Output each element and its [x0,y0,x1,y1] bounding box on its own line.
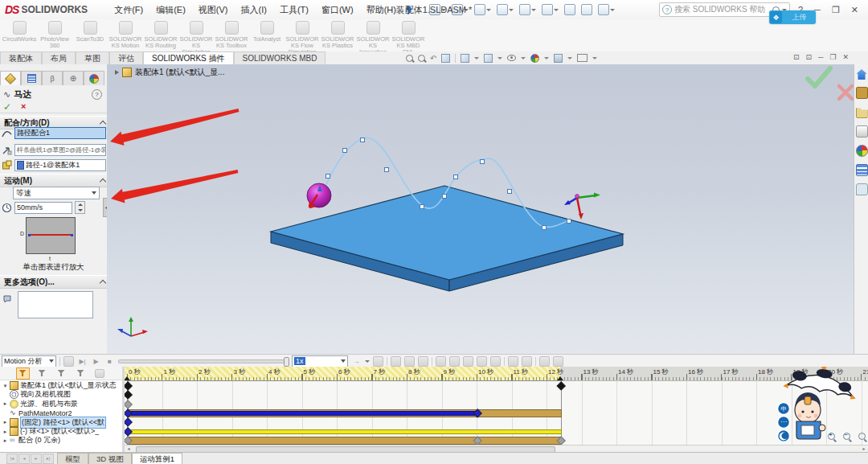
chevron-down-icon[interactable] [544,57,549,60]
command-tab[interactable]: SOLIDWORKS MBD [234,51,326,64]
menu-item[interactable]: 工具(T) [274,2,314,18]
bottom-tab[interactable]: 模型 [57,453,88,464]
tab-display-manager[interactable] [84,71,104,85]
timeline-ruler[interactable]: 0 秒1 秒2 秒3 秒4 秒5 秒6 秒7 秒8 秒9 秒10 秒11 秒12… [125,367,868,381]
assembly-triad[interactable] [564,193,600,220]
filter-results-button[interactable] [74,368,88,380]
simulation-setup-button[interactable] [539,356,550,366]
ribbon-addin-button[interactable]: TolAnalyst [249,19,285,43]
zoom-fit-timeline-button[interactable] [858,433,867,441]
design-library-icon[interactable] [856,87,868,99]
motion-tree-row[interactable]: ▸∞配合 (0 冗余) [0,436,123,445]
bottom-tab[interactable]: 运动算例1 [132,453,182,464]
section-view-icon[interactable] [441,54,450,63]
desktop-pet-overlay[interactable]: 中 ⋯ [774,367,858,444]
ok-button[interactable]: ✓ [3,101,11,113]
close-button[interactable]: ✕ [848,5,862,15]
ribbon-addin-button[interactable]: SOLIDWORKS Plastics [320,19,355,49]
path-mate-field[interactable]: 路径配合1 [14,127,106,139]
last-tab-icon[interactable]: ▸| [43,454,54,464]
motion-study-properties-button[interactable] [522,356,532,366]
collapse-tree-button[interactable] [93,368,107,380]
first-tab-icon[interactable]: |◂ [6,454,18,464]
hide-show-items-icon[interactable] [507,55,516,61]
ribbon-addin-button[interactable]: SOLIDWORKS Motion [108,19,143,49]
timeline-horizontal-scrollbar[interactable]: ◂ ▸ [125,445,868,452]
filter-selected-button[interactable] [55,368,68,380]
timeline-bar-配合[interactable] [127,437,562,445]
autokey-button[interactable] [404,356,415,366]
appearances-icon[interactable] [856,145,868,157]
command-tab[interactable]: 评估 [109,51,143,64]
filter-animated-button[interactable] [16,368,30,380]
play-button[interactable]: ▶ [91,356,101,366]
next-tab-icon[interactable]: ▸ [31,454,42,464]
view-settings-icon[interactable] [577,54,588,62]
path-component-field[interactable]: 路径-1@装配体1 [14,159,106,171]
ribbon-addin-button[interactable]: SOLIDWORKS Flow Simulation [285,19,320,55]
prev-doc-icon[interactable]: ⊡ [793,53,800,61]
next-doc-icon[interactable]: ⊡ [805,53,812,61]
filter-driving-button[interactable] [35,368,49,380]
results-button[interactable] [508,356,518,366]
contact-button[interactable] [477,356,487,366]
command-tab[interactable]: SOLIDWORKS 插件 [143,51,234,64]
view-orientation-icon[interactable] [461,54,469,63]
playback-mode-button[interactable]: → [351,356,362,366]
group-motion[interactable]: 运动(M) [0,174,111,187]
motion-profile-graph[interactable]: D t [26,217,76,254]
doc-restore-button[interactable]: ❐ [829,53,836,61]
play-from-start-button[interactable]: ▶| [77,356,88,366]
motion-tree-row[interactable]: 视向及相机视图 [0,390,123,399]
calculate-button[interactable] [63,356,74,366]
tab-configurations[interactable]: β [42,71,63,85]
chevron-down-icon[interactable] [521,57,526,60]
pin-menu-icon[interactable] [405,6,413,14]
expand-icon[interactable]: ▸ [2,400,8,407]
doc-minimize-button[interactable]: ─ [818,53,823,61]
force-button[interactable] [463,356,473,366]
ribbon-addin-button[interactable]: CircuitWorks [2,19,37,43]
doc-close-button[interactable]: ✕ [842,53,849,61]
timeline-position-slider[interactable] [118,359,289,363]
resources-home-icon[interactable] [857,69,867,80]
undo-button[interactable] [518,3,538,16]
playback-speed-select[interactable]: 1x [292,355,348,368]
scroll-right-icon[interactable]: ▸ [860,446,868,452]
menu-item[interactable]: 编辑(E) [150,2,191,18]
motion-tree-row[interactable]: ▸(-) 球<1> (默认<<默认>_ [0,427,123,436]
menu-item[interactable]: 插入(I) [235,2,272,18]
more-options-selection-box[interactable] [18,291,93,318]
ribbon-addin-button[interactable]: PhotoView 360 [37,19,72,49]
gravity-button[interactable] [490,356,501,366]
chevron-down-icon[interactable] [497,57,502,60]
motion-tree-row[interactable]: ▸光源、相机与布景 [0,400,123,409]
restore-button[interactable]: ❐ [829,5,843,15]
edit-appearance-icon[interactable] [530,54,539,63]
command-tab[interactable]: 装配体 [0,51,42,64]
previous-view-icon[interactable]: ↶ [430,54,436,63]
motion-type-select[interactable]: 等速 [13,187,100,199]
study-type-select[interactable]: Motion 分析 [2,355,56,368]
menu-item[interactable]: 文件(F) [108,2,149,18]
tab-dimxpert[interactable]: ⊕ [63,71,84,85]
tab-feature-manager[interactable] [21,71,42,85]
ribbon-addin-button[interactable]: ScanTo3D [72,19,108,43]
spline-selection-field[interactable]: 样条曲线1@草图2@路径-1@装配 [14,144,106,156]
speed-stepper[interactable] [75,201,85,214]
motion-tree-row[interactable]: ▾装配体1 (默认<默认_显示状态 [0,381,123,390]
scroll-left-icon[interactable]: ◂ [125,446,133,452]
scrollbar-thumb[interactable] [136,446,555,452]
add-key-button[interactable] [418,356,428,366]
select-button[interactable] [540,3,560,16]
spring-button[interactable] [449,356,460,366]
ribbon-addin-button[interactable]: SOLIDWORKS Inspection [355,19,391,55]
timeline-bar-PathMateMotor2[interactable] [127,411,478,416]
event-based-view-button[interactable] [553,356,563,366]
motor-button[interactable] [436,356,446,366]
timeline-bar-球<1>[interactable] [127,429,562,434]
file-explorer-icon[interactable] [856,106,868,118]
custom-properties-icon[interactable] [856,164,868,176]
pet-menu-buttons[interactable]: 中 ⋯ [778,403,790,442]
motion-tree-row[interactable]: ▸(固定) 路径<1> (默认<<默 [0,418,123,427]
